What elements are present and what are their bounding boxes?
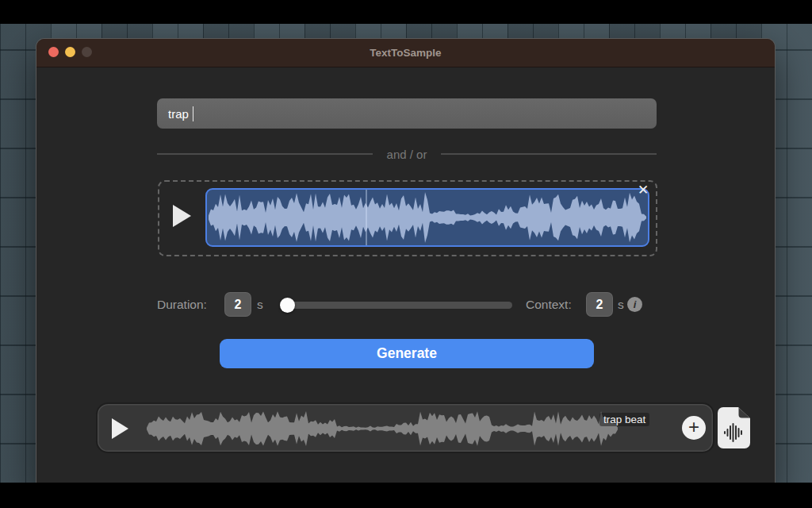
sample-name-label: trap beat [599,413,649,426]
generate-button[interactable]: Generate [220,339,594,368]
duration-unit: s [257,298,263,312]
output-sample-player: trap beat + [96,402,714,453]
prompt-text: trap [168,107,189,121]
divider-line-left [157,153,373,155]
divider-line-right [441,153,657,155]
output-waveform[interactable] [147,410,619,447]
audio-file-icon[interactable] [717,407,750,448]
input-waveform [209,191,646,244]
slider-track[interactable] [282,302,512,309]
letterbox-bottom [0,483,812,508]
context-value-field[interactable]: 2 [586,292,613,317]
context-unit: s [618,298,624,312]
text-cursor [193,106,194,121]
play-input-icon[interactable] [173,205,191,227]
letterbox-top [0,0,812,24]
duration-value-field[interactable]: 2 [224,292,251,317]
divider-label: and / or [387,148,427,161]
add-sample-button[interactable]: + [682,416,706,440]
duration-slider[interactable] [282,298,512,312]
clip-seam-line [366,190,367,245]
titlebar[interactable]: TextToSample [36,39,775,67]
info-icon[interactable]: i [627,297,642,312]
input-audio-clip[interactable] [205,188,649,247]
context-label: Context: [526,298,572,312]
prompt-text-input[interactable]: trap [157,98,657,129]
window-title: TextToSample [36,39,775,67]
app-window: TextToSample trap and / or ✕ Duration: 2… [36,38,776,492]
remove-clip-button[interactable]: ✕ [634,182,652,199]
audio-drop-zone[interactable]: ✕ [158,180,657,256]
and-or-divider: and / or [157,145,657,163]
play-output-icon[interactable] [112,418,128,439]
duration-label: Duration: [157,298,207,312]
slider-thumb[interactable] [280,298,295,313]
